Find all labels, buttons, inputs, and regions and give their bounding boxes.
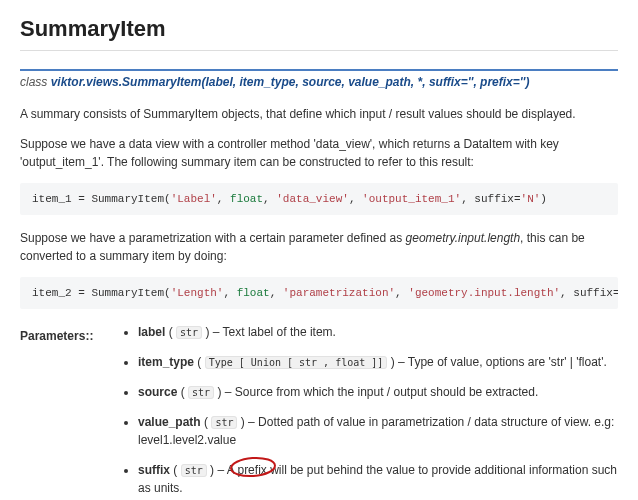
code-text: ,	[349, 193, 362, 205]
code-keyword: float	[237, 287, 270, 299]
code-text: item_2 = SummaryItem(	[32, 287, 171, 299]
param-item-item-type: item_type ( Type [ Union [ str , float ]…	[138, 353, 618, 371]
param-name: suffix	[138, 463, 170, 477]
code-text: , suffix=	[560, 287, 618, 299]
param-item-suffix: suffix ( str ) – A prefix will be put be…	[138, 461, 618, 497]
class-signature: class viktor.views.SummaryItem(label, it…	[20, 69, 618, 91]
param-desc: – Type of value, options are 'str' | 'fl…	[395, 355, 607, 369]
page-title: SummaryItem	[20, 16, 618, 42]
sig-class-name: SummaryItem	[122, 75, 201, 89]
prose-text: Suppose we have a parametrization with a…	[20, 231, 406, 245]
code-string: 'output_item_1'	[362, 193, 461, 205]
parameters-heading: Parameters::	[20, 329, 120, 343]
description-p2: Suppose we have a data view with a contr…	[20, 135, 618, 171]
code-keyword: float	[230, 193, 263, 205]
prose-italic: geometry.input.length	[406, 231, 521, 245]
code-example-1: item_1 = SummaryItem('Label', float, 'da…	[20, 183, 618, 215]
code-string: 'N'	[521, 193, 541, 205]
sig-pos-params: label, item_type, source, value_path	[205, 75, 410, 89]
param-name: label	[138, 325, 165, 339]
param-desc: – Text label of the item.	[209, 325, 336, 339]
param-desc-pre: – A	[214, 463, 237, 477]
sig-sep: ,	[411, 75, 418, 89]
param-item-label: label ( str ) – Text label of the item.	[138, 323, 618, 341]
code-text: ,	[263, 193, 276, 205]
param-name: source	[138, 385, 177, 399]
param-desc: – Source from which the input / output s…	[221, 385, 538, 399]
code-text: ,	[217, 193, 230, 205]
param-type: str	[181, 464, 207, 477]
code-string: 'parametrization'	[283, 287, 395, 299]
code-text: item_1 = SummaryItem(	[32, 193, 171, 205]
param-type: str	[176, 326, 202, 339]
sig-sep: ,	[422, 75, 429, 89]
sig-kw-params: suffix='', prefix=''	[429, 75, 526, 89]
sig-module-path: viktor.views.	[51, 75, 122, 89]
param-name: value_path	[138, 415, 201, 429]
hand-circle-annotation: prefix	[237, 461, 266, 479]
parameters-list: label ( str ) – Text label of the item. …	[120, 323, 618, 500]
param-name: item_type	[138, 355, 194, 369]
code-text: ,	[395, 287, 408, 299]
code-example-2: item_2 = SummaryItem('Length', float, 'p…	[20, 277, 618, 309]
code-string: 'Length'	[171, 287, 224, 299]
param-type: str	[188, 386, 214, 399]
code-text: ,	[270, 287, 283, 299]
param-desc-post: will be put behind the value to provide …	[138, 463, 617, 495]
param-item-value-path: value_path ( str ) – Dotted path of valu…	[138, 413, 618, 449]
code-string: 'Label'	[171, 193, 217, 205]
code-text: )	[540, 193, 547, 205]
sig-close-paren: )	[525, 75, 529, 89]
param-type: str	[211, 416, 237, 429]
sig-keyword: class	[20, 75, 51, 89]
code-text: , suffix=	[461, 193, 520, 205]
annotated-word: prefix	[237, 463, 266, 477]
code-string: 'geometry.input.length'	[408, 287, 560, 299]
param-desc: – Dotted path of value in parametrizatio…	[138, 415, 614, 447]
code-text: ,	[223, 287, 236, 299]
section-divider	[20, 50, 618, 51]
code-string: 'data_view'	[276, 193, 349, 205]
param-item-source: source ( str ) – Source from which the i…	[138, 383, 618, 401]
param-type: Type [ Union [ str , float ]]	[205, 356, 388, 369]
description-p1: A summary consists of SummaryItem object…	[20, 105, 618, 123]
description-p3: Suppose we have a parametrization with a…	[20, 229, 618, 265]
